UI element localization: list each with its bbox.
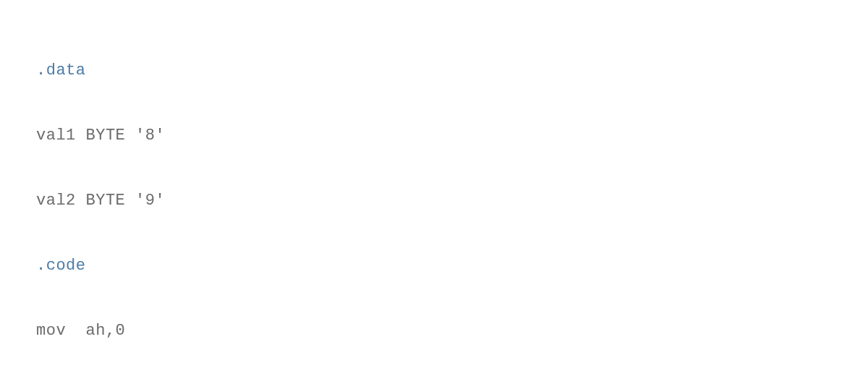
instr-pre: val2 BYTE '9' <box>36 192 165 210</box>
code-line: mov ah,0 <box>36 317 832 346</box>
code-line: .data <box>36 56 832 85</box>
instruction-cell: val1 BYTE '8' <box>36 121 376 150</box>
instruction-cell: .code <box>36 252 376 281</box>
code-line: val1 BYTE '8' <box>36 121 832 150</box>
instruction-cell: mov ah,0 <box>36 317 376 346</box>
code-line: .code <box>36 252 832 281</box>
instr-pre: mov ah,0 <box>36 322 125 340</box>
instruction-cell: val2 BYTE '9' <box>36 187 376 215</box>
instruction-cell: .data <box>36 56 376 85</box>
directive: .data <box>36 61 86 80</box>
code-line: val2 BYTE '9' <box>36 187 832 215</box>
assembly-code-block: .data val1 BYTE '8' val2 BYTE '9' .code … <box>36 20 832 381</box>
instr-pre: val1 BYTE '8' <box>36 127 165 145</box>
directive: .code <box>36 257 86 275</box>
